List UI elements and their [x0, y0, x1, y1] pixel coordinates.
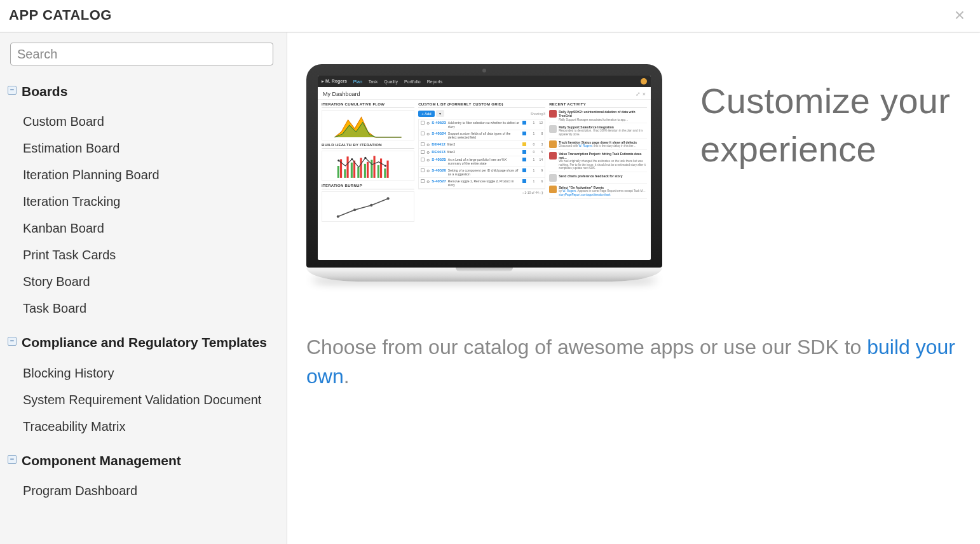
catalog-item[interactable]: Kanban Board [23, 215, 279, 241]
category-component-management: − Component Management Program Dashboard [8, 449, 279, 504]
svg-point-19 [385, 165, 386, 167]
close-icon[interactable]: × [952, 6, 967, 24]
category-header[interactable]: − Boards [8, 79, 268, 103]
svg-rect-2 [344, 169, 346, 178]
catalog-item[interactable]: Estimation Board [23, 135, 279, 161]
laptop-base [306, 268, 662, 282]
category-header[interactable]: − Component Management [8, 449, 268, 472]
preview-right-col: RECENT ACTIVITY Rally AppSDK2: unintenti… [549, 102, 647, 257]
svg-rect-12 [378, 165, 379, 178]
catalog-item[interactable]: Story Board [23, 268, 279, 295]
category-name: Boards [22, 82, 67, 100]
catalog-sidebar: − Boards Custom Board Estimation Board I… [0, 32, 287, 544]
preview-nav: ▸ M. Rogers Plan Task Quality Portfolio … [318, 76, 651, 87]
sub-text: Choose from our catalog of awesome apps … [306, 332, 961, 391]
svg-rect-9 [367, 162, 369, 178]
catalog-item[interactable]: Traceability Matrix [23, 413, 279, 440]
line-chart-icon [322, 191, 414, 222]
category-header[interactable]: − Compliance and Regulatory Templates [8, 330, 268, 354]
svg-point-20 [337, 215, 339, 218]
svg-rect-4 [351, 163, 353, 178]
modal-body: − Boards Custom Board Estimation Board I… [0, 32, 980, 544]
laptop-screen: ▸ M. Rogers Plan Task Quality Portfolio … [318, 76, 651, 260]
laptop-lid: ▸ M. Rogers Plan Task Quality Portfolio … [306, 64, 662, 268]
category-boards: − Boards Custom Board Estimation Board I… [8, 79, 279, 322]
svg-point-16 [337, 160, 339, 161]
preview-mid-col: CUSTOM LIST (FORMERLY CUSTOM GRID) + Add… [418, 102, 545, 257]
bar-chart-icon [322, 151, 414, 181]
sub-text-before: Choose from our catalog of awesome apps … [306, 336, 867, 358]
svg-rect-8 [364, 164, 366, 178]
catalog-item[interactable]: Iteration Tracking [23, 188, 279, 215]
collapse-icon[interactable]: − [8, 337, 17, 346]
category-name: Component Management [22, 451, 181, 470]
category-items: Program Dashboard [23, 477, 279, 504]
collapse-icon[interactable]: − [8, 455, 17, 464]
preview-title: My Dashboard ⤢ × [318, 87, 651, 100]
preview-left-col: ITERATION CUMULATIVE FLOW BUILD HEALTH B… [322, 102, 414, 257]
modal-title: APP CATALOG [9, 7, 112, 24]
svg-rect-6 [357, 167, 359, 178]
svg-rect-14 [384, 168, 386, 178]
svg-rect-7 [360, 158, 362, 178]
catalog-item[interactable]: Print Task Cards [23, 241, 279, 268]
svg-point-22 [370, 204, 372, 207]
svg-rect-0 [337, 166, 339, 178]
catalog-item[interactable]: System Requirement Validation Document [23, 386, 279, 413]
category-compliance: − Compliance and Regulatory Templates Bl… [8, 330, 279, 439]
catalog-item[interactable]: Custom Board [23, 108, 279, 135]
camera-icon [482, 69, 486, 72]
avatar-icon [641, 78, 647, 85]
category-items: Custom Board Estimation Board Iteration … [23, 108, 279, 322]
svg-point-21 [353, 208, 356, 211]
category-items: Blocking History System Requirement Vali… [23, 360, 279, 440]
modal-header: APP CATALOG × [0, 0, 980, 32]
svg-rect-15 [386, 161, 388, 178]
catalog-item[interactable]: Iteration Planning Board [23, 161, 279, 188]
catalog-content: ▸ M. Rogers Plan Task Quality Portfolio … [287, 32, 980, 544]
collapse-icon[interactable]: − [8, 86, 17, 95]
catalog-item[interactable]: Blocking History [23, 360, 279, 386]
preview-grid: ⚙S-40523Add entry to filter selection so… [418, 119, 545, 189]
laptop-preview: ▸ M. Rogers Plan Task Quality Portfolio … [306, 64, 662, 282]
app-catalog-modal: APP CATALOG × − Boards Custom Board Esti… [0, 0, 980, 544]
svg-rect-3 [346, 156, 348, 178]
catalog-item[interactable]: Task Board [23, 295, 279, 322]
svg-rect-11 [373, 156, 375, 178]
area-chart-icon [322, 110, 414, 140]
hero-row: ▸ M. Rogers Plan Task Quality Portfolio … [306, 64, 961, 282]
svg-rect-10 [371, 160, 372, 178]
catalog-item[interactable]: Program Dashboard [23, 477, 279, 504]
svg-point-23 [386, 197, 389, 200]
category-name: Compliance and Regulatory Templates [22, 333, 267, 351]
hero-text: Customize your experience [700, 64, 961, 173]
svg-point-18 [364, 157, 366, 159]
search-input[interactable] [10, 43, 273, 65]
preview-body: ITERATION CUMULATIVE FLOW BUILD HEALTH B… [318, 100, 651, 260]
svg-rect-13 [380, 158, 382, 177]
svg-point-17 [351, 158, 353, 160]
sub-text-after: . [344, 365, 350, 388]
